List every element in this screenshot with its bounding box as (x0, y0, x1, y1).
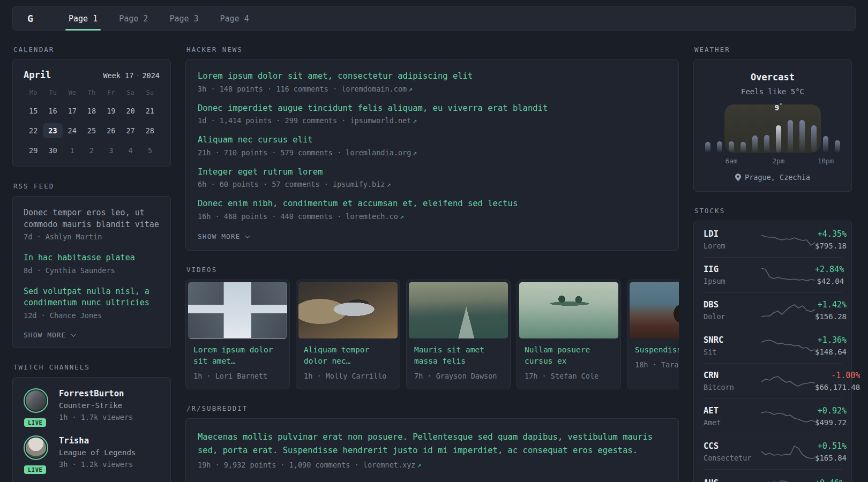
video-card[interactable]: Suspendisse diam 18h · Tara (627, 280, 679, 389)
hn-item-meta: 16h · 468 points · 440 comments · loremt… (198, 212, 667, 222)
channel-meta: 3h · 1.2k viewers (59, 460, 136, 470)
channel-name[interactable]: ForrestBurton (59, 388, 133, 399)
stock-row[interactable]: LDI Lorem +4.35% $795.18 (704, 222, 842, 257)
rss-item-title[interactable]: Donec tempor eros leo, ut commodo mauris… (24, 207, 160, 230)
video-thumbnail[interactable] (630, 282, 679, 338)
stock-price: $148.64 (815, 347, 847, 357)
reddit-post-title[interactable]: Maecenas mollis pulvinar erat non posuer… (198, 431, 667, 457)
reddit-post: Maecenas mollis pulvinar erat non posuer… (198, 431, 667, 470)
chevron-down-icon (71, 332, 76, 337)
dashboard-page: G Page 1 Page 2 Page 3 Page 4 CALENDAR A… (0, 0, 868, 482)
video-thumbnail[interactable] (409, 282, 508, 338)
hn-item-domain[interactable]: loremdomain.com (341, 85, 407, 93)
video-card[interactable]: Nullam posuere cursus ex 17h · Stefan Co… (517, 280, 621, 389)
video-thumbnail[interactable] (298, 282, 398, 338)
video-title[interactable]: Suspendisse diam (635, 344, 679, 356)
tab-page-2[interactable]: Page 2 (113, 7, 154, 30)
stock-ticker: IIG (704, 263, 761, 275)
weather-time-ticks: 6am 2pm 10pm (705, 157, 840, 167)
rss-item-meta: 8d · Cynthia Saunders (24, 266, 160, 276)
hn-show-more-button[interactable]: SHOW MORE (198, 232, 667, 240)
twitch-channels-widget: LIVE ForrestBurton Counter-Strike 1h · 1… (12, 377, 171, 482)
rss-feed-widget: Donec tempor eros leo, ut commodo mauris… (12, 196, 171, 348)
calendar-day: 25 (82, 123, 101, 138)
weather-condition: Overcast (705, 72, 841, 82)
calendar-day: 21 (140, 103, 160, 118)
rss-item: Donec tempor eros leo, ut commodo mauris… (24, 207, 160, 242)
video-title[interactable]: Aliquam tempor dolor nec pharetra… (304, 344, 392, 367)
calendar-week-year: Week 17·2024 (103, 71, 160, 80)
hn-item-domain[interactable]: ipsumworld.net (350, 116, 411, 125)
stocks-widget: LDI Lorem +4.35% $795.18 IIG Ipsum (693, 221, 852, 482)
stock-sparkline (761, 476, 815, 482)
tab-page-3[interactable]: Page 3 (163, 7, 205, 30)
calendar-day-next-month: 2 (82, 143, 101, 158)
video-title[interactable]: Mauris sit amet massa felis (414, 344, 503, 367)
weather-hour-bar (717, 141, 722, 153)
calendar-day-next-month: 3 (101, 143, 121, 158)
stock-change: +1.42% (815, 299, 847, 311)
weather-section-label: WEATHER (694, 46, 851, 54)
external-link-icon: ↗ (417, 461, 421, 469)
video-title[interactable]: Lorem ipsum dolor sit amet consectetu… (193, 344, 282, 367)
weekday-label: Sa (121, 89, 140, 99)
calendar-day: 27 (121, 123, 140, 138)
twitch-section-label: TWITCH CHANNELS (13, 363, 170, 371)
tab-page-4[interactable]: Page 4 (214, 7, 256, 30)
video-thumbnail[interactable] (188, 282, 287, 338)
calendar-day: 26 (101, 123, 121, 138)
video-card[interactable]: Mauris sit amet massa felis 7h · Grayson… (406, 280, 511, 389)
stock-row[interactable]: IIG Ipsum +2.84% $42.04 (704, 257, 842, 292)
hn-item-meta: 3h · 148 points · 116 comments · loremdo… (198, 84, 667, 94)
weekday-label: We (63, 89, 82, 99)
weekday-label: Fr (101, 89, 121, 99)
rss-item-title[interactable]: In hac habitasse platea (24, 252, 160, 264)
reddit-post-domain[interactable]: loremnet.xyz (363, 461, 416, 469)
weekday-label: Th (82, 89, 101, 99)
video-title[interactable]: Nullam posuere cursus ex (525, 344, 613, 367)
right-column: WEATHER Overcast Feels like 5°C 9° (693, 31, 852, 482)
video-card[interactable]: Aliquam tempor dolor nec pharetra… 1h · … (296, 280, 400, 389)
calendar-year: 2024 (142, 71, 160, 80)
weather-bars (705, 115, 840, 153)
stock-ticker: LDI (704, 228, 761, 240)
rss-item-title[interactable]: Sed volutpat nulla nisl, a condimentum n… (24, 286, 160, 309)
stock-name: Consectetur (704, 453, 761, 463)
rss-show-more-button[interactable]: SHOW MORE (24, 331, 160, 339)
hn-item-domain[interactable]: loremlandia.org (346, 148, 411, 157)
stock-change: +0.51% (815, 440, 847, 452)
stock-row[interactable]: SNRC Sit +1.36% $148.64 (704, 328, 842, 363)
tab-page-1[interactable]: Page 1 (62, 7, 104, 30)
stock-price: $795.18 (815, 241, 847, 251)
video-thumbnail[interactable] (519, 282, 618, 338)
twitch-channel[interactable]: LIVE Trisha League of Legends 3h · 1.2k … (24, 435, 160, 470)
hn-item-domain[interactable]: ipsumify.biz (333, 180, 385, 189)
stock-row[interactable]: CCS Consectetur +0.51% $165.84 (704, 434, 842, 469)
time-tick: 6am (725, 157, 738, 165)
hn-item-domain[interactable]: loremtech.co (346, 212, 398, 221)
hn-item-title[interactable]: Lorem ipsum dolor sit amet, consectetur … (198, 71, 667, 82)
calendar-day: 15 (24, 103, 43, 118)
calendar-day-next-month: 1 (63, 143, 82, 158)
app-logo[interactable]: G (13, 7, 48, 30)
stock-row[interactable]: CRN Bitcorn -1.00% $66,171.48 (704, 363, 842, 398)
stock-price: $156.28 (815, 312, 847, 322)
hn-item-title[interactable]: Donec enim nibh, condimentum et accumsan… (198, 198, 667, 210)
hn-item-title[interactable]: Donec imperdiet augue tincidunt felis al… (198, 103, 667, 115)
hn-item-title[interactable]: Integer eget rutrum lorem (198, 167, 667, 178)
video-meta: 1h · Lori Barnett (193, 372, 282, 380)
stock-row[interactable]: AHS +0.46% (704, 469, 842, 482)
stock-name: Sit (704, 347, 761, 357)
hn-item-title[interactable]: Aliquam nec cursus elit (198, 134, 667, 146)
weekday-label: Mo (24, 89, 43, 99)
channel-name[interactable]: Trisha (59, 435, 136, 446)
stock-row[interactable]: DBS Dolor +1.42% $156.28 (704, 292, 842, 328)
calendar-day: 29 (24, 143, 43, 158)
calendar-month: April (24, 70, 51, 80)
twitch-channel[interactable]: LIVE ForrestBurton Counter-Strike 1h · 1… (24, 388, 160, 423)
calendar-widget: April Week 17·2024 Mo Tu We Th Fr Sa Su … (12, 59, 171, 167)
weather-location: Prague, Czechia (705, 173, 841, 182)
video-card[interactable]: Lorem ipsum dolor sit amet consectetu… 1… (185, 280, 290, 389)
stock-row[interactable]: AET Amet +0.92% $499.72 (704, 398, 842, 434)
external-link-icon: ↗ (408, 85, 413, 93)
